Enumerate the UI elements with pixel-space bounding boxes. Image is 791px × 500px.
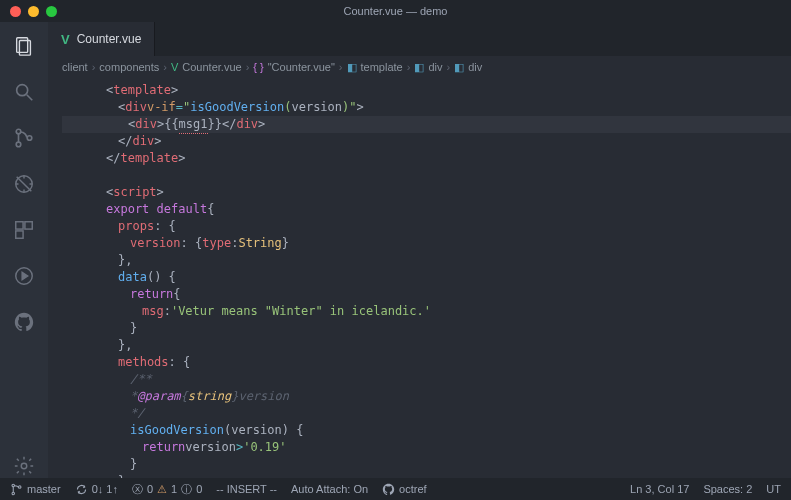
debug-icon[interactable] [12, 172, 36, 196]
tab-counter-vue[interactable]: V Counter.vue [48, 22, 155, 56]
indentation[interactable]: Spaces: 2 [703, 483, 752, 495]
minimize-icon[interactable] [28, 6, 39, 17]
status-bar: master 0↓ 1↑ ⓧ0 ⚠1 ⓘ0 -- INSERT -- Auto … [0, 478, 791, 500]
encoding[interactable]: UT [766, 483, 781, 495]
settings-icon[interactable] [12, 454, 36, 478]
svg-point-2 [17, 85, 28, 96]
cursor-position[interactable]: Ln 3, Col 17 [630, 483, 689, 495]
explorer-icon[interactable] [12, 34, 36, 58]
tab-label: Counter.vue [77, 32, 142, 46]
tab-bar: V Counter.vue [48, 22, 791, 56]
svg-point-6 [27, 136, 32, 141]
vue-icon: V [61, 32, 70, 47]
auto-attach[interactable]: Auto Attach: On [291, 483, 368, 495]
breadcrumb[interactable]: client› components› VCounter.vue› { }"Co… [48, 56, 791, 78]
svg-point-14 [12, 492, 14, 494]
git-branch[interactable]: master [10, 483, 61, 496]
git-sync[interactable]: 0↓ 1↑ [75, 483, 118, 496]
editor-content[interactable]: <template> <div v-if="isGoodVersion(vers… [48, 78, 791, 478]
liveshare-icon[interactable] [12, 264, 36, 288]
svg-point-5 [16, 142, 21, 147]
github-icon[interactable] [12, 310, 36, 334]
vim-mode: -- INSERT -- [216, 483, 277, 495]
svg-point-12 [21, 463, 27, 469]
svg-rect-9 [25, 222, 32, 229]
close-icon[interactable] [10, 6, 21, 17]
search-icon[interactable] [12, 80, 36, 104]
svg-rect-10 [16, 231, 23, 238]
title-bar: Counter.vue — demo [0, 0, 791, 22]
svg-rect-8 [16, 222, 23, 229]
github-remote[interactable]: octref [382, 483, 427, 496]
problems[interactable]: ⓧ0 ⚠1 ⓘ0 [132, 482, 202, 497]
maximize-icon[interactable] [46, 6, 57, 17]
window-title: Counter.vue — demo [344, 5, 448, 17]
activity-bar [0, 22, 48, 478]
source-control-icon[interactable] [12, 126, 36, 150]
extensions-icon[interactable] [12, 218, 36, 242]
svg-point-4 [16, 129, 21, 134]
svg-line-3 [27, 95, 33, 101]
svg-point-13 [12, 484, 14, 486]
